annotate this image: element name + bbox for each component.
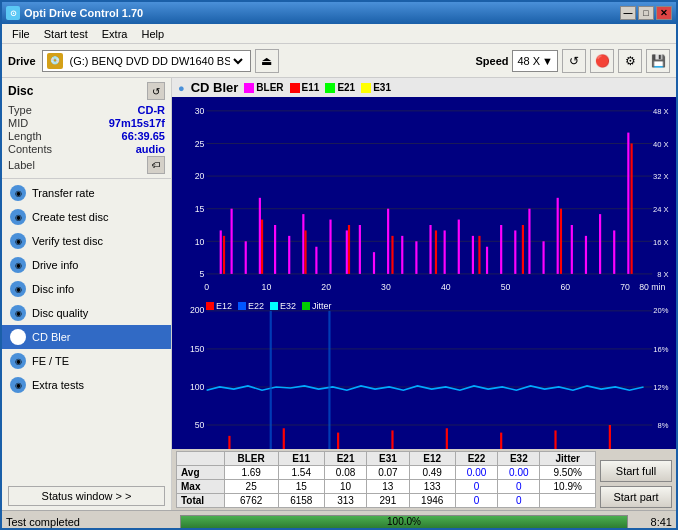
stats-row-max: Max 25 15 10 13 133 0 0 10.9% (177, 480, 596, 494)
settings-button2[interactable]: ⚙ (618, 49, 642, 73)
e21-label: E21 (337, 82, 355, 93)
close-button[interactable]: ✕ (656, 6, 672, 20)
start-full-button[interactable]: Start full (600, 460, 672, 482)
type-value: CD-R (138, 104, 166, 116)
menu-bar: File Start test Extra Help (2, 24, 676, 44)
svg-text:40: 40 (441, 282, 451, 292)
jitter-legend-color (302, 302, 310, 310)
e12-legend-color (206, 302, 214, 310)
fe-te-icon: ◉ (10, 353, 26, 369)
menu-help[interactable]: Help (135, 26, 170, 42)
svg-rect-32 (288, 236, 290, 274)
speed-select[interactable]: 48 X ▼ (512, 50, 558, 72)
nav-drive-info[interactable]: ◉ Drive info (2, 253, 171, 277)
nav-disc-quality[interactable]: ◉ Disc quality (2, 301, 171, 325)
status-window-button[interactable]: Status window > > (8, 486, 165, 506)
chart-title-bar: ● CD Bler BLER E11 E21 E31 (172, 78, 676, 97)
bler-label: BLER (256, 82, 283, 93)
speed-label: Speed (475, 55, 508, 67)
mid-label: MID (8, 117, 28, 129)
nav-cd-bler[interactable]: ◉ CD Bler (2, 325, 171, 349)
stats-header-e31: E31 (367, 452, 409, 466)
svg-rect-52 (571, 225, 573, 274)
avg-e22: 0.00 (455, 466, 497, 480)
length-label: Length (8, 130, 42, 142)
svg-rect-40 (401, 236, 403, 274)
avg-e12: 0.49 (409, 466, 455, 480)
max-e11: 15 (278, 480, 324, 494)
svg-rect-99 (609, 425, 611, 449)
menu-file[interactable]: File (6, 26, 36, 42)
settings-button1[interactable]: 🔴 (590, 49, 614, 73)
nav-create-test-disc[interactable]: ◉ Create test disc (2, 205, 171, 229)
svg-rect-90 (270, 311, 272, 449)
svg-rect-51 (557, 198, 559, 274)
svg-text:16 X: 16 X (653, 238, 669, 247)
label-button[interactable]: 🏷 (147, 156, 165, 174)
disc-refresh-button[interactable]: ↺ (147, 82, 165, 100)
max-e21: 10 (324, 480, 366, 494)
svg-rect-34 (315, 247, 317, 274)
menu-extra[interactable]: Extra (96, 26, 134, 42)
nav-extra-tests-label: Extra tests (32, 379, 84, 391)
app-icon: ⊙ (6, 6, 20, 20)
stats-header-bler: BLER (224, 452, 278, 466)
svg-rect-38 (373, 252, 375, 274)
menu-start-test[interactable]: Start test (38, 26, 94, 42)
svg-rect-65 (560, 209, 562, 274)
svg-rect-28 (231, 209, 233, 274)
stats-header-e11: E11 (278, 452, 324, 466)
stats-header-jitter: Jitter (540, 452, 596, 466)
lower-chart: E12 E22 E32 Jitter (174, 299, 674, 449)
start-part-button[interactable]: Start part (600, 486, 672, 508)
drive-info-icon: ◉ (10, 257, 26, 273)
refresh-button[interactable]: ↺ (562, 49, 586, 73)
svg-rect-59 (304, 230, 306, 273)
eject-button[interactable]: ⏏ (255, 49, 279, 73)
stats-table: BLER E11 E21 E31 E12 E22 E32 Jitter (176, 451, 596, 508)
avg-e21: 0.08 (324, 466, 366, 480)
svg-text:15: 15 (195, 204, 205, 214)
svg-text:50: 50 (501, 282, 511, 292)
transfer-rate-icon: ◉ (10, 185, 26, 201)
nav-drive-info-label: Drive info (32, 259, 78, 271)
max-e31: 13 (367, 480, 409, 494)
title-bar: ⊙ Opti Drive Control 1.70 — □ ✕ (2, 2, 676, 24)
svg-text:20%: 20% (653, 306, 668, 315)
max-e12: 133 (409, 480, 455, 494)
svg-rect-50 (542, 241, 544, 274)
minimize-button[interactable]: — (620, 6, 636, 20)
speed-dropdown-arrow[interactable]: ▼ (542, 55, 553, 67)
legend-e21: E21 (325, 82, 355, 93)
stats-header-empty (177, 452, 225, 466)
svg-rect-63 (478, 236, 480, 274)
nav-transfer-rate-label: Transfer rate (32, 187, 95, 199)
settings-button3[interactable]: 💾 (646, 49, 670, 73)
svg-rect-96 (446, 428, 448, 449)
total-e11: 6158 (278, 494, 324, 508)
maximize-button[interactable]: □ (638, 6, 654, 20)
nav-transfer-rate[interactable]: ◉ Transfer rate (2, 181, 171, 205)
nav-fe-te[interactable]: ◉ FE / TE (2, 349, 171, 373)
svg-text:200: 200 (190, 305, 205, 315)
progress-bar-container: 100.0% (180, 515, 628, 529)
nav-disc-quality-label: Disc quality (32, 307, 88, 319)
cd-bler-icon: ◉ (10, 329, 26, 345)
nav-extra-tests[interactable]: ◉ Extra tests (2, 373, 171, 397)
nav-cd-bler-label: CD Bler (32, 331, 71, 343)
extra-tests-icon: ◉ (10, 377, 26, 393)
total-e32: 0 (498, 494, 540, 508)
stats-header-e12: E12 (409, 452, 455, 466)
svg-text:32 X: 32 X (653, 172, 669, 181)
svg-rect-64 (522, 225, 524, 274)
svg-rect-45 (472, 236, 474, 274)
svg-rect-35 (329, 220, 331, 274)
sidebar: Disc ↺ Type CD-R MID 97m15s17f Length 66… (2, 78, 172, 510)
e31-color (361, 83, 371, 93)
drive-dropdown[interactable]: (G:) BENQ DVD DD DW1640 BSRB (66, 54, 246, 68)
nav-verify-test-disc[interactable]: ◉ Verify test disc (2, 229, 171, 253)
svg-text:150: 150 (190, 344, 205, 354)
svg-rect-39 (387, 209, 389, 274)
svg-rect-57 (223, 236, 225, 274)
nav-disc-info[interactable]: ◉ Disc info (2, 277, 171, 301)
